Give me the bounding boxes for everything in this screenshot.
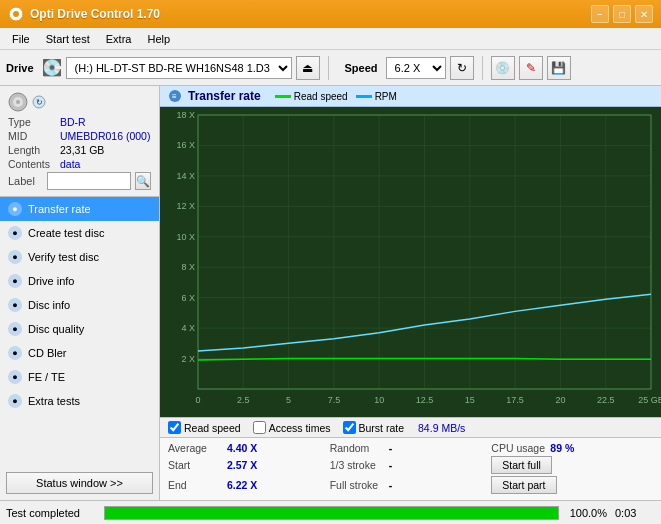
disc-length-row: Length 23,31 GB (8, 144, 151, 156)
stat-average-val: 4.40 X (227, 442, 257, 454)
burst-rate-value: 84.9 MB/s (418, 422, 465, 434)
sidebar-item-create-test-disc[interactable]: ●Create test disc (0, 221, 159, 245)
disc-label-input[interactable] (47, 172, 131, 190)
titlebar: Opti Drive Control 1.70 − □ ✕ (0, 0, 661, 28)
nav-items: ●Transfer rate●Create test disc●Verify t… (0, 197, 159, 466)
disc-info-icon: ● (8, 298, 22, 312)
sidebar-item-fe-te[interactable]: ●FE / TE (0, 365, 159, 389)
verify-test-disc-icon: ● (8, 250, 22, 264)
checkbox-access-times[interactable]: Access times (253, 421, 331, 434)
checkbox-burst-rate[interactable]: Burst rate (343, 421, 405, 434)
sidebar-item-verify-test-disc[interactable]: ●Verify test disc (0, 245, 159, 269)
start-part-button[interactable]: Start part (491, 476, 556, 494)
checkbox-access-times-label: Access times (269, 422, 331, 434)
stat-end-val: 6.22 X (227, 479, 257, 491)
drive-info-icon: ● (8, 274, 22, 288)
toolbar-sep-2 (482, 56, 483, 80)
cd-bler-icon: ● (8, 346, 22, 360)
progress-bar-fill (105, 507, 558, 519)
sidebar-item-disc-quality[interactable]: ●Disc quality (0, 317, 159, 341)
sidebar-label-verify-test-disc: Verify test disc (28, 251, 99, 263)
disc-length-val: 23,31 GB (60, 144, 104, 156)
stat-1-3-stroke-key: 1/3 stroke (330, 459, 385, 471)
svg-point-1 (13, 11, 19, 17)
refresh-button[interactable]: ↻ (450, 56, 474, 80)
checkbox-access-times-input[interactable] (253, 421, 266, 434)
refresh-small-icon[interactable]: ↻ (32, 95, 46, 109)
drive-selector[interactable]: (H:) HL-DT-ST BD-RE WH16NS48 1.D3 (66, 57, 292, 79)
stat-start-key: Start (168, 459, 223, 471)
sidebar-label-cd-bler: CD Bler (28, 347, 67, 359)
chart-header: ≡ Transfer rate Read speed RPM (160, 86, 661, 107)
svg-text:≡: ≡ (172, 92, 177, 101)
sidebar-label-extra-tests: Extra tests (28, 395, 80, 407)
speed-label: Speed (345, 62, 378, 74)
disc-label-key: Label (8, 175, 43, 187)
sidebar-label-disc-info: Disc info (28, 299, 70, 311)
checkbox-read-speed-input[interactable] (168, 421, 181, 434)
legend-rpm-label: RPM (375, 91, 397, 102)
progress-bar-container (104, 506, 559, 520)
checkbox-burst-rate-label: Burst rate (359, 422, 405, 434)
minimize-button[interactable]: − (591, 5, 609, 23)
sidebar-item-cd-bler[interactable]: ●CD Bler (0, 341, 159, 365)
disc-mid-val: UMEBDR016 (000) (60, 130, 150, 142)
stat-random-key: Random (330, 442, 385, 454)
create-test-disc-icon: ● (8, 226, 22, 240)
app-title: Opti Drive Control 1.70 (30, 7, 591, 21)
sidebar-item-extra-tests[interactable]: ●Extra tests (0, 389, 159, 413)
sidebar-item-transfer-rate[interactable]: ●Transfer rate (0, 197, 159, 221)
stat-start: Start 2.57 X (168, 459, 330, 471)
sidebar-label-fe-te: FE / TE (28, 371, 65, 383)
disc-button[interactable]: 💿 (491, 56, 515, 80)
sidebar-item-drive-info[interactable]: ●Drive info (0, 269, 159, 293)
checkbox-read-speed[interactable]: Read speed (168, 421, 241, 434)
checkbox-burst-rate-input[interactable] (343, 421, 356, 434)
chart-container (160, 107, 661, 417)
maximize-button[interactable]: □ (613, 5, 631, 23)
stat-start-part-cell: Start part (491, 476, 653, 494)
menu-extra[interactable]: Extra (98, 31, 140, 47)
chart-icon: ≡ (168, 89, 182, 103)
legend-rpm-color (356, 95, 372, 98)
disc-length-key: Length (8, 144, 60, 156)
disc-icon (8, 92, 28, 112)
status-window-button[interactable]: Status window >> (6, 472, 153, 494)
time-value: 0:03 (615, 507, 655, 519)
menu-start-test[interactable]: Start test (38, 31, 98, 47)
stat-random: Random - (330, 442, 492, 454)
disc-contents-val: data (60, 158, 80, 170)
sidebar-label-create-test-disc: Create test disc (28, 227, 104, 239)
menu-file[interactable]: File (4, 31, 38, 47)
close-button[interactable]: ✕ (635, 5, 653, 23)
menu-help[interactable]: Help (139, 31, 178, 47)
stat-start-full-cell: Start full (491, 456, 653, 474)
disc-quality-icon: ● (8, 322, 22, 336)
write-button[interactable]: ✎ (519, 56, 543, 80)
eject-button[interactable]: ⏏ (296, 56, 320, 80)
stats-table: Average 4.40 X Random - CPU usage 89 % S… (160, 437, 661, 500)
stats-row-2: Start 2.57 X 1/3 stroke - Start full (168, 456, 653, 474)
disc-contents-key: Contents (8, 158, 60, 170)
stat-random-val: - (389, 442, 393, 454)
fe-te-icon: ● (8, 370, 22, 384)
stat-full-stroke-key: Full stroke (330, 479, 385, 491)
status-text: Test completed (6, 507, 96, 519)
stat-cpu-key: CPU usage (491, 442, 546, 454)
disc-contents-row: Contents data (8, 158, 151, 170)
disc-panel: ↻ Type BD-R MID UMEBDR016 (000) Length 2… (0, 86, 159, 197)
save-button[interactable]: 💾 (547, 56, 571, 80)
sidebar-label-transfer-rate: Transfer rate (28, 203, 91, 215)
disc-mid-row: MID UMEBDR016 (000) (8, 130, 151, 142)
stats-row-3: End 6.22 X Full stroke - Start part (168, 476, 653, 494)
chart-controls: Read speed Access times Burst rate 84.9 … (160, 417, 661, 437)
disc-label-btn[interactable]: 🔍 (135, 172, 151, 190)
extra-tests-icon: ● (8, 394, 22, 408)
speed-selector[interactable]: 6.2 X (386, 57, 446, 79)
transfer-rate-chart (160, 107, 661, 417)
stat-full-stroke: Full stroke - (330, 479, 492, 491)
sidebar-item-disc-info[interactable]: ●Disc info (0, 293, 159, 317)
checkbox-read-speed-label: Read speed (184, 422, 241, 434)
window-controls: − □ ✕ (591, 5, 653, 23)
start-full-button[interactable]: Start full (491, 456, 552, 474)
